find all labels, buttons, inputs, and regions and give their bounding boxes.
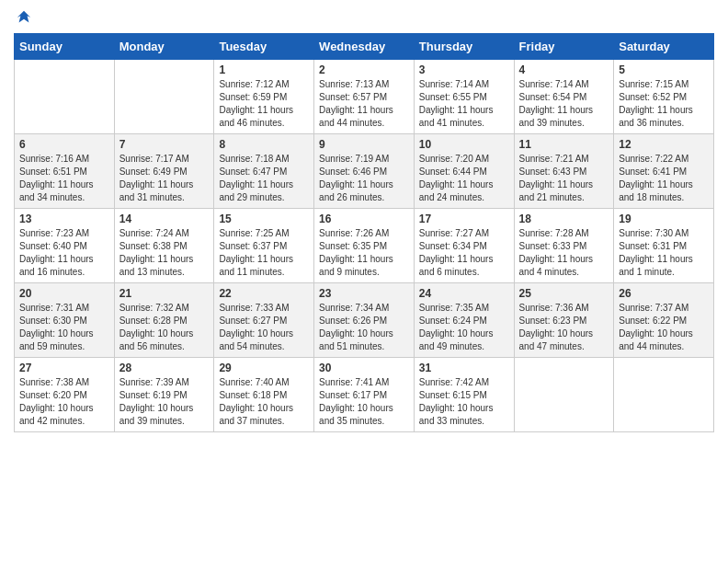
day-number: 7 — [119, 138, 210, 151]
day-info: Sunrise: 7:33 AM Sunset: 6:27 PM Dayligh… — [219, 302, 309, 353]
calendar-cell: 12Sunrise: 7:22 AM Sunset: 6:41 PM Dayli… — [614, 134, 714, 209]
calendar-cell: 11Sunrise: 7:21 AM Sunset: 6:43 PM Dayli… — [514, 134, 614, 209]
calendar-cell: 18Sunrise: 7:28 AM Sunset: 6:33 PM Dayli… — [514, 209, 614, 283]
day-number: 10 — [419, 138, 509, 151]
day-info: Sunrise: 7:31 AM Sunset: 6:30 PM Dayligh… — [19, 302, 109, 353]
calendar-week-row: 27Sunrise: 7:38 AM Sunset: 6:20 PM Dayli… — [15, 358, 714, 432]
day-number: 29 — [219, 362, 309, 374]
weekday-header-sunday: Sunday — [15, 34, 115, 60]
day-info: Sunrise: 7:23 AM Sunset: 6:40 PM Dayligh… — [19, 227, 109, 279]
day-info: Sunrise: 7:38 AM Sunset: 6:20 PM Dayligh… — [19, 376, 109, 428]
day-number: 8 — [219, 138, 309, 151]
weekday-header-tuesday: Tuesday — [214, 34, 314, 60]
calendar-week-row: 6Sunrise: 7:16 AM Sunset: 6:51 PM Daylig… — [15, 134, 714, 209]
day-info: Sunrise: 7:25 AM Sunset: 6:37 PM Dayligh… — [219, 227, 309, 279]
day-number: 22 — [219, 287, 309, 300]
logo-bird-icon — [16, 9, 32, 26]
calendar-table: SundayMondayTuesdayWednesdayThursdayFrid… — [14, 33, 714, 432]
day-info: Sunrise: 7:18 AM Sunset: 6:47 PM Dayligh… — [219, 153, 309, 204]
calendar-cell: 8Sunrise: 7:18 AM Sunset: 6:47 PM Daylig… — [214, 134, 314, 209]
calendar-cell: 22Sunrise: 7:33 AM Sunset: 6:27 PM Dayli… — [214, 283, 314, 358]
svg-marker-0 — [17, 11, 30, 23]
day-info: Sunrise: 7:14 AM Sunset: 6:54 PM Dayligh… — [519, 78, 609, 130]
weekday-header-thursday: Thursday — [414, 34, 514, 60]
calendar-cell: 14Sunrise: 7:24 AM Sunset: 6:38 PM Dayli… — [114, 209, 214, 283]
weekday-header-monday: Monday — [114, 34, 214, 60]
day-info: Sunrise: 7:42 AM Sunset: 6:15 PM Dayligh… — [419, 376, 509, 428]
calendar-cell: 16Sunrise: 7:26 AM Sunset: 6:35 PM Dayli… — [314, 209, 415, 283]
day-number: 23 — [319, 287, 409, 300]
day-info: Sunrise: 7:26 AM Sunset: 6:35 PM Dayligh… — [319, 227, 409, 279]
calendar-cell: 24Sunrise: 7:35 AM Sunset: 6:24 PM Dayli… — [414, 283, 514, 358]
calendar-cell — [15, 60, 115, 134]
calendar-cell: 19Sunrise: 7:30 AM Sunset: 6:31 PM Dayli… — [614, 209, 714, 283]
calendar-cell — [614, 358, 714, 432]
day-number: 18 — [519, 213, 609, 225]
day-info: Sunrise: 7:17 AM Sunset: 6:49 PM Dayligh… — [119, 153, 210, 204]
day-number: 16 — [319, 213, 409, 225]
day-info: Sunrise: 7:35 AM Sunset: 6:24 PM Dayligh… — [419, 302, 509, 353]
day-info: Sunrise: 7:13 AM Sunset: 6:57 PM Dayligh… — [319, 78, 409, 130]
day-number: 2 — [319, 63, 409, 76]
day-info: Sunrise: 7:16 AM Sunset: 6:51 PM Dayligh… — [19, 153, 109, 204]
day-number: 13 — [19, 213, 109, 225]
day-info: Sunrise: 7:41 AM Sunset: 6:17 PM Dayligh… — [319, 376, 409, 428]
calendar-cell: 7Sunrise: 7:17 AM Sunset: 6:49 PM Daylig… — [114, 134, 214, 209]
calendar-cell: 4Sunrise: 7:14 AM Sunset: 6:54 PM Daylig… — [514, 60, 614, 134]
weekday-header-friday: Friday — [514, 34, 614, 60]
calendar-week-row: 1Sunrise: 7:12 AM Sunset: 6:59 PM Daylig… — [15, 60, 714, 134]
calendar-cell: 2Sunrise: 7:13 AM Sunset: 6:57 PM Daylig… — [314, 60, 415, 134]
day-info: Sunrise: 7:14 AM Sunset: 6:55 PM Dayligh… — [419, 78, 509, 130]
calendar-cell: 9Sunrise: 7:19 AM Sunset: 6:46 PM Daylig… — [314, 134, 415, 209]
calendar-cell: 3Sunrise: 7:14 AM Sunset: 6:55 PM Daylig… — [414, 60, 514, 134]
calendar-cell: 21Sunrise: 7:32 AM Sunset: 6:28 PM Dayli… — [114, 283, 214, 358]
page-container: SundayMondayTuesdayWednesdayThursdayFrid… — [0, 0, 728, 446]
calendar-cell: 23Sunrise: 7:34 AM Sunset: 6:26 PM Dayli… — [314, 283, 415, 358]
day-info: Sunrise: 7:32 AM Sunset: 6:28 PM Dayligh… — [119, 302, 210, 353]
day-info: Sunrise: 7:22 AM Sunset: 6:41 PM Dayligh… — [619, 153, 709, 204]
day-number: 1 — [219, 63, 309, 76]
day-number: 4 — [519, 63, 609, 76]
day-number: 26 — [619, 287, 709, 300]
day-info: Sunrise: 7:39 AM Sunset: 6:19 PM Dayligh… — [119, 376, 210, 428]
day-number: 12 — [619, 138, 709, 151]
page-header — [14, 9, 714, 26]
day-info: Sunrise: 7:24 AM Sunset: 6:38 PM Dayligh… — [119, 227, 210, 279]
day-number: 9 — [319, 138, 409, 151]
calendar-cell: 15Sunrise: 7:25 AM Sunset: 6:37 PM Dayli… — [214, 209, 314, 283]
day-number: 30 — [319, 362, 409, 374]
calendar-cell: 28Sunrise: 7:39 AM Sunset: 6:19 PM Dayli… — [114, 358, 214, 432]
calendar-cell: 17Sunrise: 7:27 AM Sunset: 6:34 PM Dayli… — [414, 209, 514, 283]
day-number: 24 — [419, 287, 509, 300]
calendar-cell: 1Sunrise: 7:12 AM Sunset: 6:59 PM Daylig… — [214, 60, 314, 134]
day-info: Sunrise: 7:28 AM Sunset: 6:33 PM Dayligh… — [519, 227, 609, 279]
calendar-week-row: 20Sunrise: 7:31 AM Sunset: 6:30 PM Dayli… — [15, 283, 714, 358]
day-info: Sunrise: 7:40 AM Sunset: 6:18 PM Dayligh… — [219, 376, 309, 428]
weekday-header-saturday: Saturday — [614, 34, 714, 60]
logo — [14, 9, 32, 26]
weekday-header-row: SundayMondayTuesdayWednesdayThursdayFrid… — [15, 34, 714, 60]
calendar-cell: 29Sunrise: 7:40 AM Sunset: 6:18 PM Dayli… — [214, 358, 314, 432]
day-number: 6 — [19, 138, 109, 151]
day-info: Sunrise: 7:21 AM Sunset: 6:43 PM Dayligh… — [519, 153, 609, 204]
day-number: 21 — [119, 287, 210, 300]
calendar-cell: 26Sunrise: 7:37 AM Sunset: 6:22 PM Dayli… — [614, 283, 714, 358]
weekday-header-wednesday: Wednesday — [314, 34, 415, 60]
day-number: 20 — [19, 287, 109, 300]
day-info: Sunrise: 7:20 AM Sunset: 6:44 PM Dayligh… — [419, 153, 509, 204]
day-number: 19 — [619, 213, 709, 225]
calendar-cell: 27Sunrise: 7:38 AM Sunset: 6:20 PM Dayli… — [15, 358, 115, 432]
day-info: Sunrise: 7:19 AM Sunset: 6:46 PM Dayligh… — [319, 153, 409, 204]
day-number: 14 — [119, 213, 210, 225]
day-number: 3 — [419, 63, 509, 76]
day-number: 25 — [519, 287, 609, 300]
day-number: 17 — [419, 213, 509, 225]
day-info: Sunrise: 7:30 AM Sunset: 6:31 PM Dayligh… — [619, 227, 709, 279]
calendar-cell: 5Sunrise: 7:15 AM Sunset: 6:52 PM Daylig… — [614, 60, 714, 134]
calendar-cell: 25Sunrise: 7:36 AM Sunset: 6:23 PM Dayli… — [514, 283, 614, 358]
calendar-cell: 31Sunrise: 7:42 AM Sunset: 6:15 PM Dayli… — [414, 358, 514, 432]
calendar-cell — [114, 60, 214, 134]
day-number: 11 — [519, 138, 609, 151]
day-number: 15 — [219, 213, 309, 225]
calendar-cell: 20Sunrise: 7:31 AM Sunset: 6:30 PM Dayli… — [15, 283, 115, 358]
